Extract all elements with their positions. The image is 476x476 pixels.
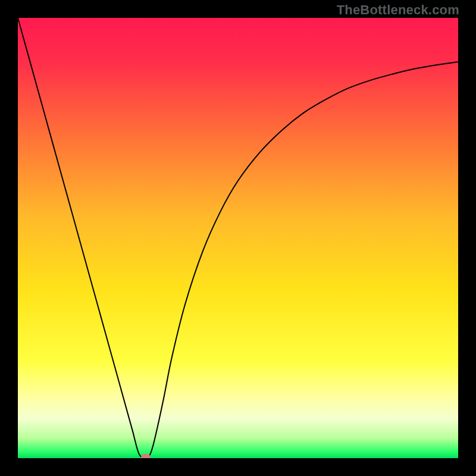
chart-stage: TheBottleneck.com: [0, 0, 476, 476]
curve-layer: [18, 18, 458, 458]
bottleneck-curve: [18, 18, 458, 458]
watermark-label: TheBottleneck.com: [337, 2, 459, 18]
plot-area: [18, 18, 458, 458]
minimum-marker: [141, 454, 151, 458]
